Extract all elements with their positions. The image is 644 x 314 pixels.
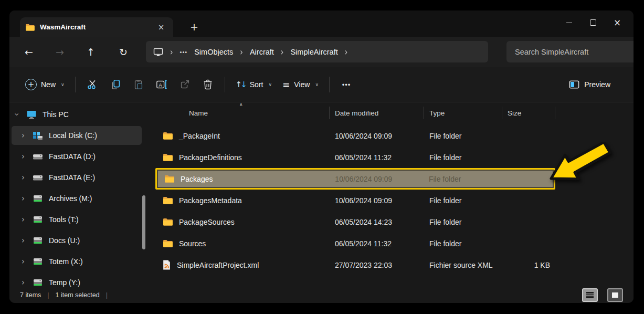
large-thumbnails-view-toggle[interactable] — [607, 288, 623, 302]
file-date: 10/06/2024 09:09 — [330, 175, 424, 183]
file-list-pane: ∧ Name Date modified Type Size — [151, 102, 634, 287]
file-row-packagedefinitions[interactable]: PackageDefinitions 06/05/2024 11:32 File… — [155, 146, 555, 168]
sidebar-item-fastdata-d[interactable]: › FastDATA (D:) — [12, 147, 142, 166]
preview-button[interactable]: Preview — [563, 75, 616, 94]
folder-icon — [163, 153, 173, 161]
this-pc-icon[interactable] — [153, 48, 163, 56]
svg-text:A: A — [159, 82, 162, 88]
sidebar-item-local-disk-c[interactable]: › Local Disk (C:) — [12, 126, 142, 145]
refresh-button[interactable]: ↻ — [113, 43, 133, 61]
close-button[interactable]: × — [605, 14, 629, 32]
more-options-button[interactable]: ••• — [335, 74, 358, 95]
chevron-right-icon[interactable]: › — [19, 194, 27, 203]
navigation-sidebar: › This PC › Local Disk (C:) › — [9, 102, 149, 287]
chevron-right-icon[interactable]: › — [19, 152, 27, 161]
drive-icon — [31, 153, 44, 160]
forward-button[interactable]: → — [50, 43, 70, 61]
xml-file-icon — [163, 260, 171, 270]
file-row-packageint[interactable]: _PackageInt 10/06/2024 09:09 File folder — [155, 125, 555, 146]
details-view-toggle[interactable] — [582, 288, 598, 302]
breadcrumb-ellipsis-button[interactable]: ••• — [180, 49, 188, 55]
file-date: 06/05/2024 14:23 — [330, 218, 424, 226]
chevron-right-icon[interactable]: › — [19, 215, 27, 224]
chevron-expanded-icon[interactable]: › — [12, 110, 22, 119]
up-button[interactable]: ↑ — [81, 43, 101, 61]
tab-wasmaircraft[interactable]: WasmAircraft × — [20, 17, 173, 37]
breadcrumb-item-simpleaircraft[interactable]: SimpleAircraft — [290, 48, 337, 56]
yellow-arrow-icon — [540, 142, 618, 194]
minimize-button[interactable] — [557, 14, 581, 32]
status-bar: 7 items | 1 item selected | — [9, 287, 634, 303]
sidebar-item-tools-t[interactable]: › Tools (T:) — [12, 210, 142, 229]
breadcrumb-item-aircraft[interactable]: Aircraft — [250, 48, 274, 56]
view-button[interactable]: ≡ View ∨ — [277, 75, 324, 94]
chevron-right-icon[interactable]: › — [19, 257, 27, 266]
command-toolbar: + New ∨ — [9, 67, 634, 102]
toolbar-divider — [329, 77, 330, 92]
file-rows: _PackageInt 10/06/2024 09:09 File folder… — [155, 125, 555, 276]
sidebar-item-totem-x[interactable]: › Totem (X:) — [12, 252, 142, 271]
plus-circle-icon: + — [25, 79, 37, 90]
file-size: 1 KB — [502, 261, 555, 269]
sort-arrows-icon: ↑↓ — [236, 80, 246, 89]
column-header-type[interactable]: Type — [424, 105, 502, 121]
breadcrumb-item-simobjects[interactable]: SimObjects — [194, 48, 233, 56]
file-name: PackagesMetadata — [179, 196, 242, 205]
column-headers: ∧ Name Date modified Type Size — [155, 105, 559, 121]
file-row-packagesources[interactable]: PackageSources 06/05/2024 14:23 File fol… — [155, 211, 555, 233]
share-button[interactable] — [173, 74, 196, 95]
sort-button[interactable]: ↑↓ Sort ∨ — [230, 76, 277, 93]
maximize-icon — [590, 19, 596, 26]
file-name: PackageSources — [179, 218, 235, 226]
close-icon: × — [614, 18, 621, 27]
back-button[interactable]: ← — [19, 43, 39, 61]
file-date: 10/06/2024 09:09 — [330, 132, 424, 140]
delete-button[interactable] — [196, 74, 219, 95]
minimize-icon — [566, 23, 572, 23]
sidebar-item-label: FastDATA (E:) — [49, 173, 95, 182]
sidebar-scrollbar[interactable] — [142, 195, 145, 249]
column-header-date-modified[interactable]: Date modified — [330, 105, 424, 121]
chevron-right-icon[interactable]: › — [19, 173, 27, 182]
file-type: File folder — [424, 132, 502, 140]
column-separator[interactable] — [555, 107, 555, 119]
preview-button-label: Preview — [584, 80, 610, 89]
file-row-simpleaircraftproject-xml[interactable]: SimpleAircraftProject.xml 27/07/2023 22:… — [155, 254, 555, 276]
sidebar-item-label: Totem (X:) — [49, 257, 83, 266]
column-header-size[interactable]: Size — [502, 105, 555, 121]
file-row-sources[interactable]: Sources 06/05/2024 11:32 File folder — [155, 233, 555, 254]
rename-icon: A — [155, 79, 168, 90]
folder-icon — [163, 196, 173, 204]
sort-ascending-icon: ∧ — [239, 102, 243, 107]
folder-icon — [163, 218, 173, 226]
new-button[interactable]: + New ∨ — [20, 75, 70, 95]
preview-pane-icon — [568, 79, 580, 90]
file-row-packagesmetadata[interactable]: PackagesMetadata 10/06/2024 09:09 File f… — [155, 190, 555, 211]
sidebar-item-archives-m[interactable]: › Archives (M:) — [12, 189, 142, 208]
chevron-right-icon[interactable]: › — [19, 278, 27, 287]
network-drive-icon — [31, 216, 44, 223]
copy-icon — [110, 79, 121, 90]
file-date: 06/05/2024 11:32 — [330, 153, 424, 162]
sidebar-item-this-pc[interactable]: › This PC — [12, 105, 142, 124]
annotation-arrow — [540, 142, 618, 194]
column-header-name[interactable]: ∧ Name — [155, 105, 330, 121]
chevron-right-icon[interactable]: › — [19, 131, 27, 140]
new-tab-button[interactable]: + — [186, 19, 203, 35]
sidebar-item-docs-u[interactable]: › Docs (U:) — [12, 231, 142, 250]
item-count: 7 items — [20, 291, 41, 299]
sidebar-item-temp-y[interactable]: › Temp (Y:) — [12, 273, 142, 287]
cut-button[interactable] — [81, 74, 104, 95]
tab-close-icon[interactable]: × — [154, 21, 168, 34]
chevron-right-icon[interactable]: › — [19, 236, 27, 245]
copy-button[interactable] — [104, 74, 127, 95]
file-name: Sources — [179, 239, 206, 248]
maximize-button[interactable] — [581, 14, 605, 32]
search-input[interactable]: Search SimpleAircraft — [506, 41, 634, 62]
tab-strip: WasmAircraft × + × — [9, 11, 634, 37]
file-row-packages-selected[interactable]: Packages 10/06/2024 09:09 File folder — [155, 168, 555, 190]
rename-button[interactable]: A — [150, 74, 173, 95]
sidebar-item-fastdata-e[interactable]: › FastDATA (E:) — [12, 168, 142, 187]
breadcrumb-chevron-icon: › — [345, 47, 348, 57]
paste-button[interactable] — [127, 74, 150, 95]
